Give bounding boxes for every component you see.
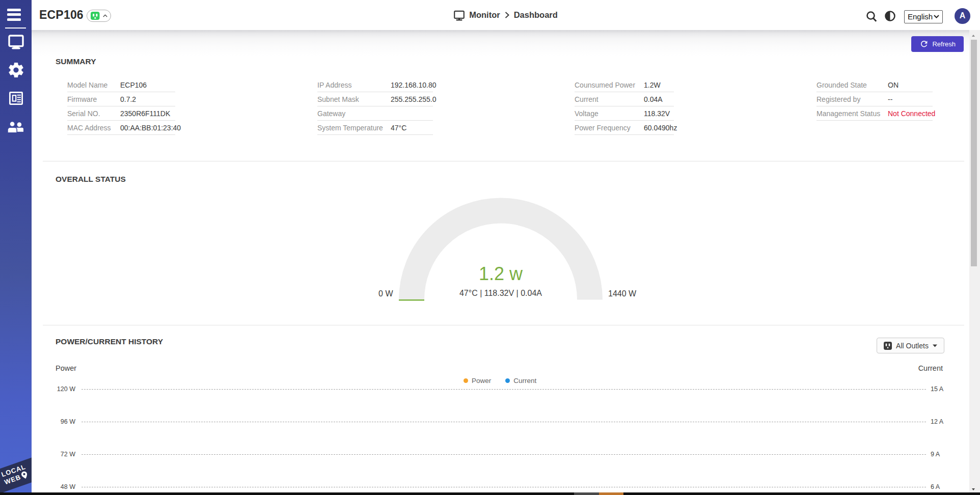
summary-row: Management Status Not Connected	[816, 106, 933, 121]
legend-item-current[interactable]: Current	[505, 377, 536, 384]
summary-label: Management Status	[816, 109, 880, 118]
gauge-progress	[399, 299, 424, 301]
bottom-bar-segment-gray	[574, 492, 599, 495]
left-tick-120w: 120 W	[45, 386, 75, 393]
left-tick-72w: 72 W	[45, 451, 75, 458]
summary-value: 192.168.10.80	[391, 81, 437, 89]
overall-status-title: OVERALL STATUS	[56, 175, 126, 184]
scrollbar-thumb[interactable]	[971, 40, 977, 266]
summary-label: Model Name	[67, 81, 107, 89]
sidebar-item-monitor[interactable]	[0, 35, 32, 50]
right-axis-title: Current	[892, 364, 943, 372]
summary-value: 47°C	[391, 124, 406, 132]
hamburger-menu-icon[interactable]	[7, 9, 21, 21]
summary-label: Power Frequency	[575, 124, 631, 132]
breadcrumb-monitor-icon	[454, 10, 465, 21]
right-tick-12a: 12 A	[931, 418, 961, 425]
summary-row: System Temperature 47°C	[317, 121, 433, 135]
breadcrumb: Monitor Dashboard	[32, 0, 980, 30]
scrollbar-up-arrow[interactable]	[972, 35, 975, 37]
summary-row: Power Frequency 60.0490hz	[575, 121, 674, 135]
summary-column-3: Counsumed Power 1.2W Current 0.04A Volta…	[575, 78, 674, 135]
summary-value: ECP106	[120, 81, 147, 89]
sidebar-item-settings[interactable]	[0, 61, 32, 79]
summary-title: SUMMARY	[56, 57, 96, 66]
summary-column-1: Model Name ECP106 Firmware 0.7.2 Serial …	[67, 78, 175, 135]
breadcrumb-page: Dashboard	[514, 10, 558, 20]
local-web-ribbon: LOCAL WEB	[0, 451, 32, 495]
legend-label-power: Power	[472, 377, 491, 384]
summary-label: System Temperature	[317, 124, 383, 132]
power-gauge	[399, 198, 603, 301]
summary-row: Model Name ECP106	[67, 78, 175, 92]
refresh-label: Refresh	[932, 40, 956, 48]
summary-row: Current 0.04A	[575, 92, 674, 106]
language-select[interactable]: English	[904, 10, 943, 23]
summary-label: Current	[575, 95, 598, 103]
gridline-48w	[81, 487, 926, 487]
summary-row: Firmware 0.7.2	[67, 92, 175, 106]
left-axis-title: Power	[56, 364, 76, 372]
summary-value: 2350R6F111DK	[120, 109, 170, 118]
location-pin-icon	[20, 470, 30, 480]
breadcrumb-section[interactable]: Monitor	[469, 10, 500, 20]
top-bar: ECP106 Monitor Dashboard	[32, 0, 980, 30]
sidebar-divider	[5, 28, 26, 29]
avatar[interactable]: A	[955, 8, 970, 24]
legend-dot-power	[464, 378, 468, 383]
contrast-toggle-button[interactable]	[884, 10, 896, 22]
gear-icon	[7, 61, 25, 79]
summary-column-2: IP Address 192.168.10.80 Subnet Mask 255…	[317, 78, 433, 135]
outlet-filter-label: All Outlets	[896, 342, 929, 350]
summary-label: Firmware	[67, 95, 97, 103]
bottom-bar-segment-orange	[599, 492, 623, 495]
legend-label-current: Current	[513, 377, 536, 384]
summary-row: Grounded State ON	[816, 78, 933, 92]
refresh-button[interactable]: Refresh	[911, 36, 964, 52]
sidebar: LOCAL WEB	[0, 0, 32, 495]
summary-value: 60.0490hz	[644, 124, 677, 132]
sidebar-item-log[interactable]	[0, 92, 32, 105]
summary-value: 0.04A	[644, 95, 663, 103]
summary-row: Counsumed Power 1.2W	[575, 78, 674, 92]
caret-down-icon	[933, 344, 937, 347]
summary-label: Grounded State	[816, 81, 867, 89]
summary-value: ON	[888, 81, 899, 89]
outlet-filter-button[interactable]: All Outlets	[877, 338, 944, 353]
summary-column-4: Grounded State ON Registered by -- Manag…	[816, 78, 933, 121]
summary-label: Registered by	[816, 95, 860, 103]
legend-dot-current	[505, 378, 510, 383]
gauge-details: 47°C | 118.32V | 0.04A	[424, 289, 577, 298]
summary-value: 118.32V	[644, 109, 670, 118]
monitor-icon	[8, 35, 24, 50]
chart-legend: Power Current	[464, 377, 536, 384]
select-chevron-down-icon	[934, 15, 939, 18]
summary-label: IP Address	[317, 81, 351, 89]
scrollbar-down-arrow[interactable]	[972, 488, 975, 490]
sidebar-item-users[interactable]	[0, 121, 32, 133]
search-button[interactable]	[866, 11, 877, 22]
summary-row: Registered by --	[816, 92, 933, 106]
contrast-icon	[884, 10, 896, 22]
gauge-min-label: 0 W	[342, 289, 393, 298]
gridline-96w	[81, 422, 926, 422]
summary-label: Voltage	[575, 109, 598, 118]
refresh-icon	[919, 39, 929, 49]
summary-label: Serial NO.	[67, 109, 100, 118]
main-content: Refresh SUMMARY Model Name ECP106 Firmwa…	[32, 30, 969, 492]
right-tick-15a: 15 A	[931, 386, 961, 393]
newspaper-icon	[9, 92, 23, 105]
summary-label: MAC Address	[67, 124, 111, 132]
summary-value: --	[888, 95, 892, 103]
right-tick-6a: 6 A	[931, 483, 961, 490]
summary-row: Serial NO. 2350R6F111DK	[67, 106, 175, 121]
outlet-dark-icon	[884, 342, 892, 350]
summary-value-management-status: Not Connected	[888, 109, 935, 118]
gridline-120w	[81, 389, 926, 390]
summary-row: MAC Address 00:AA:BB:01:23:40	[67, 121, 175, 135]
scrollbar[interactable]	[969, 30, 980, 492]
summary-value: 255.255.255.0	[391, 95, 437, 103]
left-tick-96w: 96 W	[45, 418, 75, 425]
legend-item-power[interactable]: Power	[464, 377, 491, 384]
summary-label: Gateway	[317, 109, 345, 118]
